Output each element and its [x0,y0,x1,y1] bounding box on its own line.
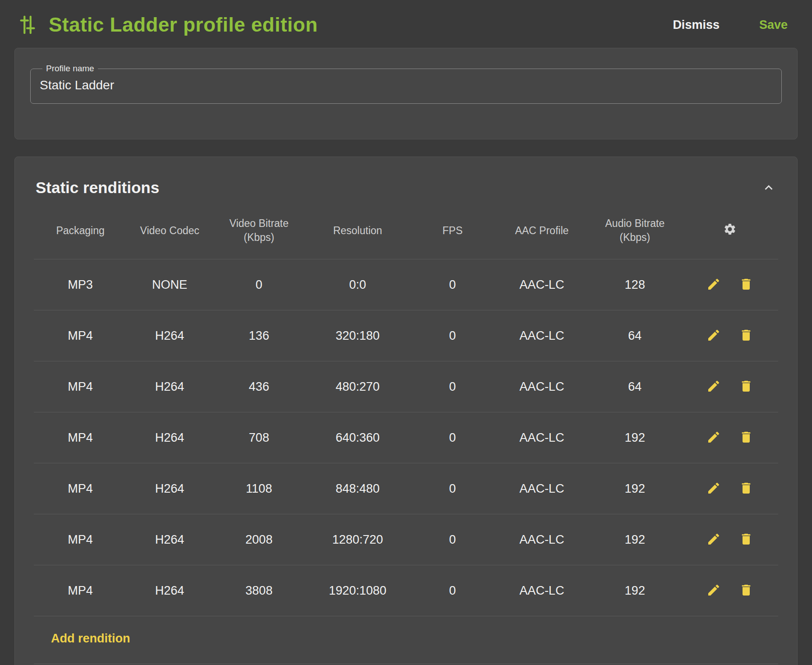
profile-name-field: Profile name [30,64,782,104]
column-header: AAC Profile [495,200,588,259]
cell-audio-bitrate: 64 [588,361,681,412]
delete-rendition-button[interactable] [738,532,754,547]
pencil-icon [706,481,721,497]
cell-fps: 0 [410,361,495,412]
profile-name-label: Profile name [42,64,98,74]
cell-actions [682,565,779,616]
cell-video-bitrate: 3808 [212,565,305,616]
section-header: Static renditions [15,174,797,200]
cell-aac-profile: AAC-LC [495,361,588,412]
delete-rendition-button[interactable] [738,277,754,292]
pencil-icon [706,430,721,446]
table-row: MP4H26438081920:10800AAC-LC192 [34,565,778,616]
header: Static Ladder profile edition Dismiss Sa… [0,0,812,48]
edit-rendition-button[interactable] [706,328,721,343]
page: Static Ladder profile edition Dismiss Sa… [0,0,812,665]
column-header: Packaging [34,200,127,259]
table-row: MP4H264708640:3600AAC-LC192 [34,412,778,463]
cell-audio-bitrate: 192 [588,514,681,565]
trash-icon [739,277,753,293]
tune-icon [17,14,38,35]
cell-resolution: 640:360 [305,412,410,463]
cell-video-bitrate: 2008 [212,514,305,565]
cell-packaging: MP3 [34,259,127,310]
section-title: Static renditions [36,179,159,197]
cell-audio-bitrate: 128 [588,259,681,310]
save-button[interactable]: Save [755,14,792,36]
delete-rendition-button[interactable] [738,430,754,445]
cell-video-bitrate: 136 [212,310,305,361]
trash-icon [739,532,753,548]
edit-rendition-button[interactable] [706,379,721,394]
pencil-icon [706,532,721,548]
cell-packaging: MP4 [34,514,127,565]
cell-fps: 0 [410,463,495,514]
profile-name-input[interactable] [40,75,772,92]
table-row: MP4H2641108848:4800AAC-LC192 [34,463,778,514]
delete-rendition-button[interactable] [738,583,754,598]
cell-video-codec: H264 [127,412,212,463]
renditions-table: PackagingVideo CodecVideo Bitrate(Kbps)R… [34,200,778,616]
pencil-icon [706,583,721,599]
settings-column-header [682,200,779,259]
add-rendition-button[interactable]: Add rendition [51,632,130,646]
cell-audio-bitrate: 192 [588,565,681,616]
dismiss-button[interactable]: Dismiss [668,14,724,36]
cell-video-codec: H264 [127,463,212,514]
edit-rendition-button[interactable] [706,277,721,292]
cell-fps: 0 [410,412,495,463]
edit-rendition-button[interactable] [706,532,721,547]
cell-packaging: MP4 [34,361,127,412]
delete-rendition-button[interactable] [738,481,754,496]
cell-audio-bitrate: 192 [588,412,681,463]
edit-rendition-button[interactable] [706,583,721,598]
cell-resolution: 320:180 [305,310,410,361]
cell-actions [682,310,779,361]
add-rendition-row: Add rendition [34,616,778,664]
cell-audio-bitrate: 192 [588,463,681,514]
cell-aac-profile: AAC-LC [495,514,588,565]
edit-rendition-button[interactable] [706,430,721,445]
delete-rendition-button[interactable] [738,328,754,343]
column-header: Audio Bitrate(Kbps) [588,200,681,259]
column-header: Resolution [305,200,410,259]
cell-fps: 0 [410,514,495,565]
cell-aac-profile: AAC-LC [495,565,588,616]
cell-video-bitrate: 0 [212,259,305,310]
cell-resolution: 1280:720 [305,514,410,565]
cell-actions [682,463,779,514]
column-header: Video Bitrate(Kbps) [212,200,305,259]
gear-icon[interactable] [723,222,737,236]
trash-icon [739,481,753,497]
cell-fps: 0 [410,565,495,616]
column-header: Video Codec [127,200,212,259]
cell-aac-profile: AAC-LC [495,310,588,361]
cell-fps: 0 [410,259,495,310]
trash-icon [739,379,753,395]
pencil-icon [706,277,721,293]
delete-rendition-button[interactable] [738,379,754,394]
cell-packaging: MP4 [34,463,127,514]
cell-resolution: 1920:1080 [305,565,410,616]
cell-resolution: 0:0 [305,259,410,310]
cell-resolution: 480:270 [305,361,410,412]
cell-aac-profile: AAC-LC [495,412,588,463]
cell-aac-profile: AAC-LC [495,463,588,514]
cell-video-bitrate: 1108 [212,463,305,514]
table-header-row: PackagingVideo CodecVideo Bitrate(Kbps)R… [34,200,778,259]
cell-packaging: MP4 [34,565,127,616]
table-row: MP4H264436480:2700AAC-LC64 [34,361,778,412]
table-row: MP3NONE00:00AAC-LC128 [34,259,778,310]
cell-video-codec: H264 [127,310,212,361]
cell-video-bitrate: 708 [212,412,305,463]
cell-packaging: MP4 [34,310,127,361]
collapse-chevron-icon[interactable] [761,180,776,195]
column-header: FPS [410,200,495,259]
trash-icon [739,328,753,344]
trash-icon [739,430,753,446]
cell-video-codec: H264 [127,565,212,616]
edit-rendition-button[interactable] [706,481,721,496]
cell-aac-profile: AAC-LC [495,259,588,310]
renditions-table-wrap: PackagingVideo CodecVideo Bitrate(Kbps)R… [15,200,797,616]
cell-actions [682,412,779,463]
